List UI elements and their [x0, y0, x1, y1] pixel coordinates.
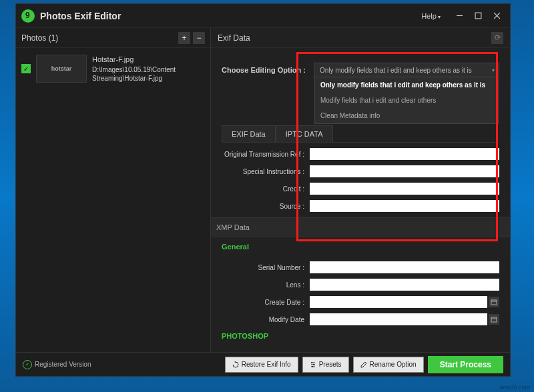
field-row: Lens :	[222, 277, 499, 292]
tab-iptc[interactable]: IPTC DATA	[276, 125, 333, 142]
tab-exif[interactable]: EXIF Data	[222, 125, 276, 142]
field-label: Lens :	[222, 281, 310, 289]
edit-option-label: Choose Editing Option :	[222, 66, 306, 74]
field-label: Modify Date	[222, 316, 310, 323]
field-input[interactable]	[310, 313, 487, 325]
svg-rect-4	[491, 300, 497, 305]
dropdown-selected: Only modify fields that i edit and keep …	[320, 67, 472, 74]
dropdown-option[interactable]: Only modify fields that i edit and keep …	[315, 77, 498, 93]
svg-marker-15	[361, 362, 366, 367]
dropdown-option[interactable]: Clean Metadata info	[315, 108, 498, 123]
photo-thumbnail: hotstar	[36, 55, 87, 83]
check-circle-icon: ✓	[23, 360, 32, 369]
remove-photo-button[interactable]: −	[193, 32, 205, 44]
watermark: wsxdn.com	[500, 384, 530, 391]
close-button[interactable]	[489, 8, 505, 24]
dropdown-menu: Only modify fields that i edit and keep …	[314, 77, 499, 124]
svg-marker-8	[234, 361, 236, 363]
field-row: Create Date :	[222, 295, 499, 309]
field-label: Serial Number :	[222, 264, 310, 271]
maximize-button[interactable]	[470, 8, 486, 24]
photo-path: D:\Images\10.05.19\Content Streaming\Hot…	[92, 65, 205, 83]
field-input[interactable]	[310, 165, 499, 177]
presets-button[interactable]: Presets	[302, 357, 349, 373]
restore-exif-button[interactable]: Restore Exif Info	[225, 357, 298, 373]
titlebar: Photos Exif Editor Help	[16, 4, 510, 28]
field-label: Special Instructions :	[222, 168, 310, 175]
field-row: Modify Date	[222, 312, 499, 327]
edit-option-dropdown[interactable]: Only modify fields that i edit and keep …	[314, 63, 499, 77]
field-input[interactable]	[310, 296, 487, 308]
xmp-section-header: XMP Data	[211, 217, 510, 237]
svg-point-12	[311, 362, 312, 363]
dropdown-option[interactable]: Modify fields that i edit and clear othe…	[315, 93, 498, 108]
footer: ✓ Registered Version Restore Exif Info P…	[16, 352, 510, 376]
photos-panel: Photos (1) + − ✓ hotstar Hotstar-F.jpg D…	[16, 28, 211, 352]
body: Photos (1) + − ✓ hotstar Hotstar-F.jpg D…	[16, 28, 510, 352]
tabs: EXIF Data IPTC DATA	[222, 125, 499, 143]
field-input[interactable]	[310, 183, 499, 195]
photos-count: Photos (1)	[21, 33, 176, 43]
photo-filename: Hotstar-F.jpg	[92, 55, 205, 64]
calendar-icon[interactable]	[489, 297, 499, 307]
field-row: Original Transmission Ref :	[222, 147, 499, 161]
field-row: Special Instructions :	[222, 164, 499, 179]
calendar-icon[interactable]	[489, 314, 499, 325]
photo-meta: Hotstar-F.jpg D:\Images\10.05.19\Content…	[92, 55, 205, 83]
general-fields: Serial Number : Lens : Create Date : Mod…	[222, 256, 499, 327]
field-input[interactable]	[310, 261, 499, 273]
app-logo-icon	[21, 9, 35, 23]
exif-scroll: Choose Editing Option : Only modify fiel…	[211, 48, 510, 352]
field-label: Credit :	[222, 185, 310, 193]
field-input[interactable]	[310, 279, 499, 291]
iptc-fields: Original Transmission Ref : Special Inst…	[222, 143, 499, 213]
svg-point-14	[312, 366, 313, 367]
field-row: Serial Number :	[222, 260, 499, 275]
general-subheader: General	[222, 243, 499, 251]
app-title: Photos Exif Editor	[40, 11, 421, 21]
exif-title: Exif Data	[218, 33, 491, 43]
refresh-button[interactable]: ⟳	[491, 32, 503, 44]
field-label: Create Date :	[222, 299, 310, 306]
add-photo-button[interactable]: +	[178, 32, 190, 44]
field-input[interactable]	[310, 200, 499, 212]
app-window: Photos Exif Editor Help Photos (1) + − ✓…	[15, 3, 511, 377]
field-input[interactable]	[310, 148, 499, 160]
field-row: Source :	[222, 199, 499, 213]
photoshop-subheader: PHOTOSHOP	[222, 332, 499, 340]
photos-panel-header: Photos (1) + −	[16, 28, 210, 48]
start-process-button[interactable]: Start Process	[428, 356, 503, 373]
exif-panel-header: Exif Data ⟳	[211, 28, 510, 48]
field-label: Source :	[222, 203, 310, 210]
photo-list-item[interactable]: ✓ hotstar Hotstar-F.jpg D:\Images\10.05.…	[16, 48, 210, 89]
exif-panel: Exif Data ⟳ Choose Editing Option : Only…	[211, 28, 510, 352]
field-row: Credit :	[222, 181, 499, 196]
minimize-button[interactable]	[451, 8, 467, 24]
svg-point-13	[313, 364, 314, 365]
rename-option-button[interactable]: Rename Option	[353, 357, 424, 373]
field-label: Original Transmission Ref :	[222, 151, 310, 158]
photo-checkbox[interactable]: ✓	[21, 64, 31, 73]
svg-rect-1	[475, 13, 481, 19]
svg-rect-6	[491, 317, 497, 322]
help-menu[interactable]: Help	[421, 12, 441, 20]
edit-option-row: Choose Editing Option : Only modify fiel…	[222, 63, 499, 77]
registered-status: ✓ Registered Version	[23, 360, 221, 369]
